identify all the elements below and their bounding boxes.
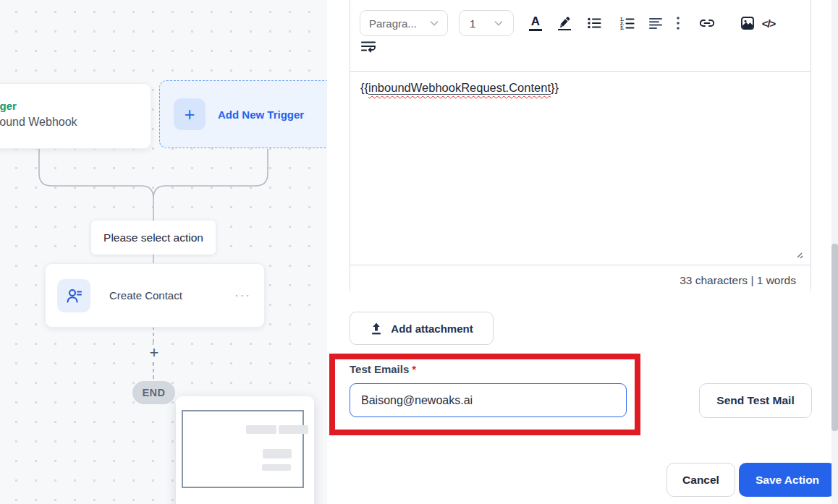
add-new-trigger-label: Add New Trigger xyxy=(218,108,304,121)
insert-image-button[interactable] xyxy=(738,13,757,33)
highlighter-icon xyxy=(557,16,572,27)
font-size-value: 1 xyxy=(470,17,494,30)
image-icon xyxy=(740,16,755,30)
preview-panel xyxy=(176,396,314,504)
test-emails-input[interactable] xyxy=(350,383,627,417)
character-word-count: 33 characters | 1 words xyxy=(680,265,796,295)
merge-field-token: inboundWebhookRequest.Content xyxy=(368,81,551,94)
paragraph-style-dropdown[interactable]: Paragra... xyxy=(360,10,448,36)
send-test-mail-button[interactable]: Send Test Mail xyxy=(699,383,812,418)
link-icon xyxy=(699,17,715,29)
numbered-list-icon: 1. 2. 3. xyxy=(620,16,635,30)
preview-placeholder-bar xyxy=(262,464,291,471)
required-asterisk: * xyxy=(412,363,416,375)
workflow-canvas[interactable]: Trigger Inbound Webhook + Add New Trigge… xyxy=(0,0,327,504)
send-test-mail-label: Send Test Mail xyxy=(716,394,794,407)
cancel-label: Cancel xyxy=(682,474,719,487)
text-color-icon: A xyxy=(531,15,540,27)
insert-link-button[interactable] xyxy=(698,13,716,33)
chevron-down-icon xyxy=(494,20,503,26)
highlight-color-button[interactable] xyxy=(555,13,574,33)
trigger-type-label: Trigger xyxy=(0,100,17,112)
align-icon xyxy=(648,17,663,30)
trigger-name-label: Inbound Webhook xyxy=(0,116,77,129)
save-action-button[interactable]: Save Action xyxy=(739,463,836,497)
add-attachment-label: Add attachment xyxy=(391,323,473,335)
bullet-list-icon xyxy=(587,16,601,30)
editor-footer: 33 characters | 1 words xyxy=(350,265,811,295)
highlight-underbar xyxy=(558,29,571,31)
add-step-plus-button[interactable]: + xyxy=(146,344,162,362)
preview-placeholder-bar xyxy=(246,425,276,434)
upload-icon xyxy=(370,322,383,336)
please-select-action-label: Please select action xyxy=(91,221,216,255)
paragraph-style-value: Paragra... xyxy=(369,17,430,30)
preview-placeholder-bar xyxy=(279,425,308,434)
numbered-list-button[interactable]: 1. 2. 3. xyxy=(618,13,637,33)
end-badge: END xyxy=(132,381,175,404)
rich-text-editor: Paragra... 1 A xyxy=(350,0,811,294)
text-color-underbar xyxy=(529,29,542,31)
create-contact-label: Create Contact xyxy=(109,289,182,302)
svg-text:3.: 3. xyxy=(620,25,625,30)
scrollbar-thumb[interactable] xyxy=(831,244,838,431)
code-view-button[interactable]: </> xyxy=(758,13,779,33)
vertical-ellipsis-icon xyxy=(676,16,680,30)
align-button[interactable] xyxy=(646,13,665,33)
bullet-list-button[interactable] xyxy=(585,13,604,33)
email-action-panel: Paragra... 1 A xyxy=(327,0,838,504)
email-body-editor[interactable]: {{inboundWebhookRequest.Content}} xyxy=(350,72,811,265)
more-options-button[interactable] xyxy=(673,13,683,33)
email-body-text: {{inboundWebhookRequest.Content}} xyxy=(360,81,559,95)
text-color-button[interactable]: A xyxy=(526,13,545,33)
scrollbar-track[interactable] xyxy=(831,0,838,504)
chevron-down-icon xyxy=(430,20,439,26)
text-wrap-button[interactable] xyxy=(360,38,377,54)
save-action-label: Save Action xyxy=(756,474,819,487)
add-new-trigger-button[interactable]: + Add New Trigger xyxy=(159,80,333,148)
plus-icon: + xyxy=(174,98,206,130)
contact-person-icon xyxy=(57,279,90,312)
font-size-dropdown[interactable]: 1 xyxy=(459,10,514,36)
preview-placeholder-bar xyxy=(263,449,292,458)
card-more-options-button[interactable]: ··· xyxy=(234,289,251,303)
resize-grip-icon[interactable] xyxy=(795,250,805,260)
cancel-button[interactable]: Cancel xyxy=(666,463,735,497)
code-icon: </> xyxy=(762,17,776,30)
add-attachment-button[interactable]: Add attachment xyxy=(350,312,494,345)
text-wrap-icon xyxy=(360,40,376,53)
test-emails-label: Test Emails* xyxy=(350,363,416,375)
create-contact-action-card[interactable]: Create Contact ··· xyxy=(45,263,265,328)
